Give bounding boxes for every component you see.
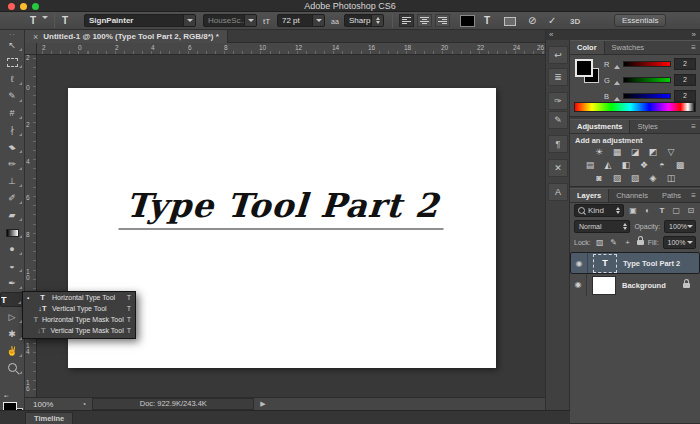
curves-icon[interactable]: ◪: [629, 147, 642, 158]
shape-layer-filter-icon[interactable]: ▢: [671, 206, 681, 215]
red-value-field[interactable]: 2: [674, 58, 696, 70]
crop-tool[interactable]: #: [0, 106, 24, 121]
brush-panel-icon[interactable]: ✑: [548, 92, 568, 110]
default-colors-icon[interactable]: ▪▫: [4, 393, 20, 401]
opacity-field[interactable]: 100%: [664, 220, 696, 233]
blue-slider[interactable]: [623, 93, 671, 99]
custom-shape-tool[interactable]: ✱: [0, 327, 24, 342]
hand-tool[interactable]: ✌: [0, 344, 24, 359]
type-layer-filter-icon[interactable]: T: [657, 206, 667, 215]
foreground-color-swatch[interactable]: [575, 59, 593, 77]
paragraph-panel-icon[interactable]: ¶: [548, 135, 568, 153]
menu-item-horizontal-type-tool[interactable]: ▪ T Horizontal Type Tool T: [23, 292, 135, 303]
eye-icon[interactable]: ◉: [571, 253, 588, 273]
tab-adjustments[interactable]: Adjustments: [570, 120, 630, 133]
color-lookup-icon[interactable]: ▩: [674, 160, 687, 171]
canvas-viewport[interactable]: Type Tool Part 2: [37, 55, 545, 397]
healing-brush-tool[interactable]: ▰: [0, 140, 24, 155]
commit-edits-icon[interactable]: ✓: [548, 15, 556, 26]
warp-text-icon[interactable]: T: [484, 15, 490, 26]
lock-transparent-pixels-icon[interactable]: ▨: [595, 238, 605, 247]
quick-selection-tool[interactable]: ✎: [0, 89, 24, 104]
green-slider[interactable]: [623, 77, 671, 83]
panel-menu-icon[interactable]: ≡: [691, 41, 700, 54]
tab-timeline[interactable]: Timeline: [25, 412, 73, 424]
workspace-switcher[interactable]: Essentials: [614, 14, 666, 27]
expand-dock-icon[interactable]: «: [546, 30, 572, 40]
vertical-ruler[interactable]: 2 0 2 4 6 8 1 0 1 2 1 4 1 6: [25, 55, 37, 397]
layer-name[interactable]: Background: [622, 281, 683, 290]
tab-color[interactable]: Color: [570, 41, 605, 54]
zoom-tool[interactable]: [0, 361, 24, 376]
brush-tool[interactable]: ✏: [0, 157, 24, 172]
panel-menu-icon[interactable]: ≡: [691, 120, 700, 133]
properties-panel-icon[interactable]: ≣: [548, 68, 568, 86]
adjustment-layer-filter-icon[interactable]: ◐: [642, 206, 652, 215]
align-left-button[interactable]: [399, 14, 414, 27]
tab-styles[interactable]: Styles: [630, 120, 664, 133]
tab-paths[interactable]: Paths: [655, 189, 688, 202]
color-balance-icon[interactable]: ◭: [602, 160, 615, 171]
font-size-select[interactable]: 72 pt: [277, 14, 325, 27]
black-white-icon[interactable]: ◧: [620, 160, 633, 171]
red-slider[interactable]: [623, 61, 671, 67]
blue-value-field[interactable]: 2: [674, 90, 696, 102]
dodge-tool[interactable]: ◒: [0, 259, 24, 274]
lasso-tool[interactable]: ℓ: [0, 72, 24, 87]
rectangular-marquee-tool[interactable]: [0, 55, 24, 70]
photo-filter-icon[interactable]: ❖: [638, 160, 651, 171]
invert-icon[interactable]: ◙: [593, 173, 606, 184]
font-style-select[interactable]: HouseSc...: [203, 14, 257, 27]
menu-item-vertical-type-mask-tool[interactable]: ↓T Vertical Type Mask Tool T: [23, 325, 135, 336]
smart-object-filter-icon[interactable]: ⊡: [686, 206, 696, 215]
posterize-icon[interactable]: ▨: [611, 173, 624, 184]
menu-item-horizontal-type-mask-tool[interactable]: T Horizontal Type Mask Tool T: [23, 314, 135, 325]
close-tab-icon[interactable]: ×: [33, 32, 38, 42]
background-layer-thumbnail[interactable]: [592, 276, 616, 295]
layer-filter-select[interactable]: Kind: [574, 204, 624, 217]
slider-marker-icon[interactable]: [614, 62, 620, 69]
lock-position-icon[interactable]: +: [623, 238, 633, 247]
gradient-map-icon[interactable]: ◈: [647, 173, 660, 184]
zoom-level-field[interactable]: 100%: [33, 400, 53, 409]
channel-mixer-icon[interactable]: ◓: [656, 160, 669, 171]
levels-icon[interactable]: ▦: [611, 147, 624, 158]
selective-color-icon[interactable]: ◫: [665, 173, 678, 184]
align-center-button[interactable]: [417, 14, 432, 27]
move-tool[interactable]: ↖: [0, 38, 24, 53]
menu-item-vertical-type-tool[interactable]: ↓T Vertical Type Tool T: [23, 303, 135, 314]
brush-presets-panel-icon[interactable]: ✎: [548, 111, 568, 129]
eye-icon[interactable]: ◉: [570, 274, 587, 296]
color-spectrum-ramp[interactable]: [574, 102, 696, 112]
tab-layers[interactable]: Layers: [570, 189, 609, 202]
chevron-down-icon[interactable]: [183, 15, 195, 26]
history-panel-icon[interactable]: ↩: [548, 46, 568, 64]
anti-alias-select[interactable]: Sharp: [344, 14, 384, 27]
slider-marker-icon[interactable]: [614, 78, 620, 85]
horizontal-ruler[interactable]: 2 0 2 4 6 8 10 12 14 16 18 20 22 24 26: [37, 43, 545, 55]
toggle-panels-icon[interactable]: [504, 17, 516, 26]
panel-menu-icon[interactable]: ≡: [691, 189, 700, 202]
chevron-down-icon[interactable]: [244, 15, 256, 26]
lock-all-icon[interactable]: [637, 240, 644, 245]
lock-image-pixels-icon[interactable]: ✎: [609, 238, 619, 247]
hue-saturation-icon[interactable]: ▤: [584, 160, 597, 171]
green-value-field[interactable]: 2: [674, 74, 696, 86]
tool-presets-panel-icon[interactable]: ✕: [548, 159, 568, 177]
3d-button[interactable]: 3D: [570, 17, 580, 26]
type-tool[interactable]: T: [0, 292, 24, 307]
updown-arrows-icon[interactable]: [371, 15, 383, 26]
pixel-layer-filter-icon[interactable]: ▣: [628, 206, 638, 215]
eraser-tool[interactable]: ▰: [0, 208, 24, 223]
layer-name[interactable]: Type Tool Part 2: [623, 259, 699, 268]
status-options-arrow-icon[interactable]: ▶: [260, 400, 265, 408]
character-panel-icon[interactable]: A: [548, 183, 568, 201]
font-family-select[interactable]: SignPainter: [84, 14, 196, 27]
cancel-edits-icon[interactable]: ⊘: [528, 15, 536, 26]
chevron-down-icon[interactable]: [312, 15, 324, 26]
tool-preset-dropdown[interactable]: [42, 19, 48, 28]
layer-row-type-tool-part-2[interactable]: ◉ T Type Tool Part 2: [570, 252, 700, 274]
layer-row-background[interactable]: ◉ Background: [570, 274, 700, 296]
tab-channels[interactable]: Channels: [609, 189, 655, 202]
pen-tool[interactable]: ✒: [0, 276, 24, 291]
